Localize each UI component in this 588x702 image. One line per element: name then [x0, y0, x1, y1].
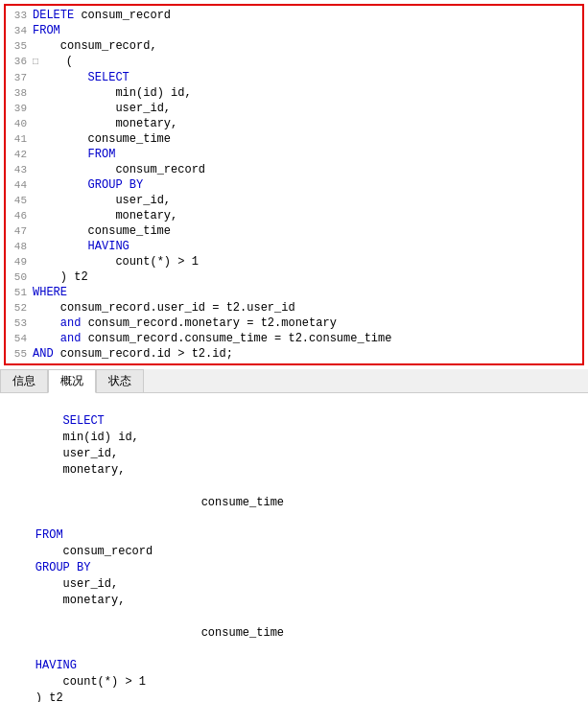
line-number: 51: [6, 285, 33, 300]
line-number: 53: [6, 316, 33, 331]
code-line: 48 HAVING: [6, 239, 582, 254]
keyword: and: [60, 332, 88, 345]
line-content: user_id,: [33, 193, 582, 208]
keyword: SELECT: [88, 71, 129, 84]
line-content: and consum_record.monetary = t2.monetary: [33, 316, 582, 331]
line-content: consum_record,: [33, 38, 582, 54]
line-content: user_id,: [33, 101, 582, 116]
code-line: 42 FROM: [6, 147, 582, 162]
line-content: monetary,: [33, 116, 582, 131]
line-number: 44: [6, 177, 33, 193]
code-line: 41 consume_time: [6, 131, 582, 147]
line-number: 35: [6, 38, 33, 54]
code-line: 55AND consum_record.id > t2.id;: [6, 346, 582, 362]
code-line: 34FROM: [6, 23, 582, 38]
keyword: AND: [33, 347, 60, 361]
line-number: 34: [6, 23, 33, 38]
code-line: 40 monetary,: [6, 116, 582, 131]
result-panel: SELECT min(id) id, user_id, monetary, co…: [0, 393, 588, 702]
tab-status[interactable]: 状态: [96, 369, 144, 392]
line-number: 33: [6, 8, 33, 23]
line-number: 38: [6, 85, 33, 101]
line-number: 45: [6, 193, 33, 208]
keyword: DELETE: [33, 9, 81, 22]
code-line: 46 monetary,: [6, 208, 582, 223]
line-content: consume_time: [33, 131, 582, 147]
line-number: 48: [6, 239, 33, 254]
code-line: 38 min(id) id,: [6, 85, 582, 101]
line-content: and consum_record.consume_time = t2.cons…: [33, 331, 582, 346]
code-line: 54 and consum_record.consume_time = t2.c…: [6, 331, 582, 346]
keyword: HAVING: [88, 240, 129, 253]
expand-icon[interactable]: □: [33, 57, 38, 67]
code-line: 52 consum_record.user_id = t2.user_id: [6, 300, 582, 316]
line-content: FROM: [33, 147, 582, 162]
line-number: 41: [6, 131, 33, 147]
result-code-content: SELECT min(id) id, user_id, monetary, co…: [8, 397, 580, 702]
line-content: consum_record.user_id = t2.user_id: [33, 300, 582, 316]
code-line: 33DELETE consum_record: [6, 8, 582, 23]
line-content: consum_record: [33, 162, 582, 177]
line-content: min(id) id,: [33, 85, 582, 101]
line-content: consume_time: [33, 223, 582, 239]
line-number: 40: [6, 116, 33, 131]
line-content: AND consum_record.id > t2.id;: [33, 346, 582, 362]
line-number: 54: [6, 331, 33, 346]
keyword: FROM: [33, 24, 60, 37]
tab-overview[interactable]: 概况: [48, 369, 96, 393]
line-content: count(*) > 1: [33, 254, 582, 269]
code-lines: 33DELETE consum_record34FROM35 consum_re…: [6, 8, 582, 362]
line-content: ) t2: [33, 269, 582, 285]
keyword: WHERE: [33, 286, 67, 299]
line-content: HAVING: [33, 239, 582, 254]
code-line: 51WHERE: [6, 285, 582, 300]
code-line: 45 user_id,: [6, 193, 582, 208]
line-number: 36: [6, 54, 33, 69]
line-number: 39: [6, 101, 33, 116]
line-number: 37: [6, 70, 33, 85]
code-line: 47 consume_time: [6, 223, 582, 239]
line-number: 42: [6, 147, 33, 162]
line-number: 50: [6, 269, 33, 285]
code-editor-container: 33DELETE consum_record34FROM35 consum_re…: [4, 4, 584, 365]
code-line: 39 user_id,: [6, 101, 582, 116]
keyword: GROUP BY: [88, 178, 144, 192]
line-number: 55: [6, 346, 33, 362]
code-line: 37 SELECT: [6, 70, 582, 85]
line-content: SELECT: [33, 70, 582, 85]
line-number: 46: [6, 208, 33, 223]
line-content: WHERE: [33, 285, 582, 300]
keyword: and: [60, 316, 88, 330]
line-number: 43: [6, 162, 33, 177]
line-number: 47: [6, 223, 33, 239]
code-line: 50 ) t2: [6, 269, 582, 285]
code-line: 43 consum_record: [6, 162, 582, 177]
line-content: DELETE consum_record: [33, 8, 582, 23]
line-content: FROM: [33, 23, 582, 38]
keyword: FROM: [88, 148, 116, 161]
line-content: monetary,: [33, 208, 582, 223]
line-number: 52: [6, 300, 33, 316]
tabs-bar: 信息 概况 状态: [0, 369, 588, 393]
tab-info[interactable]: 信息: [0, 369, 48, 392]
code-line: 35 consum_record,: [6, 38, 582, 54]
line-content: GROUP BY: [33, 177, 582, 193]
line-number: 49: [6, 254, 33, 269]
code-line: 36□ (: [6, 54, 582, 70]
code-line: 44 GROUP BY: [6, 177, 582, 193]
code-line: 53 and consum_record.monetary = t2.monet…: [6, 316, 582, 331]
code-line: 49 count(*) > 1: [6, 254, 582, 269]
line-content: □ (: [33, 54, 582, 70]
